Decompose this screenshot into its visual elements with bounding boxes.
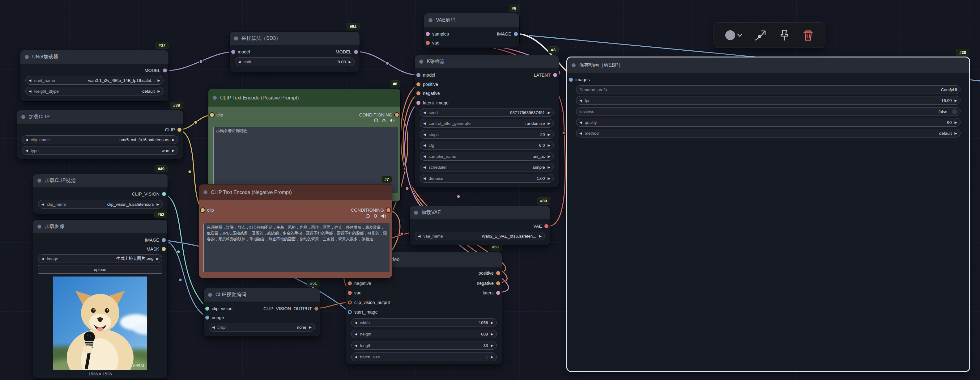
increment-arrow-icon[interactable]: ▶ [491,355,493,359]
model-input-port[interactable] [231,50,235,54]
strength-ring-icon[interactable] [374,118,379,123]
negative-output-port[interactable] [496,282,500,285]
link-midpoint-dot[interactable] [178,278,182,282]
clip_name-widget[interactable]: ◀clip_nameclip_vision_h.safetensors▶ [38,200,162,209]
link-midpoint-dot[interactable] [188,170,191,173]
cfg-widget[interactable]: ◀cfg6.0▶ [420,141,554,149]
link-midpoint-dot[interactable] [400,232,403,236]
node-load-clip-vision[interactable]: #49加载CLIP视觉CLIP_VISION◀clip_nameclip_vis… [33,174,167,214]
strength-ring-icon[interactable] [366,214,370,218]
speak-prompt-icon[interactable] [381,214,387,218]
node-color-swatch-button[interactable] [724,28,743,42]
decrement-arrow-icon[interactable]: ◀ [355,321,357,325]
CONDITIONING-output-port[interactable] [387,208,390,212]
node-title-bar[interactable]: 加载VAE [410,206,550,219]
increment-arrow-icon[interactable]: ▶ [548,122,550,125]
node-title-bar[interactable]: 采样算法（SD3） [230,32,360,45]
type-widget[interactable]: ◀typewan▶ [22,146,178,155]
weight_dtype-widget[interactable]: ◀weight_dtypedefault▶ [25,87,164,95]
latent-output-port[interactable] [496,291,500,295]
prompt-textarea[interactable]: 小狗拿着话筒唱歌 [213,127,398,193]
batch_size-widget[interactable]: ◀batch_size1▶ [351,353,497,361]
increment-arrow-icon[interactable]: ▶ [539,234,542,238]
node-load-vae[interactable]: #39加载VAEVAE◀vae_nameWan2_1_VAE_bf16.safe… [410,206,550,245]
decrement-arrow-icon[interactable]: ◀ [29,79,31,82]
node-title-bar[interactable]: K采样器 [415,55,558,68]
increment-arrow-icon[interactable]: ▶ [309,325,312,329]
link-midpoint-dot[interactable] [562,131,565,135]
decrement-arrow-icon[interactable]: ◀ [355,332,357,336]
decrement-arrow-icon[interactable]: ◀ [355,355,357,359]
settings-gear-icon[interactable] [382,118,387,123]
LATENT-output-port[interactable] [553,73,557,77]
seed-widget[interactable]: ◀seed937175639637451▶ [420,108,554,117]
latent_image-input-port[interactable] [417,101,420,105]
decrement-arrow-icon[interactable]: ◀ [41,257,44,261]
VAE-output-port[interactable] [544,224,549,228]
image-input-port[interactable] [205,316,209,320]
vae-input-port[interactable] [426,41,430,45]
increment-arrow-icon[interactable]: ▶ [491,332,493,336]
decrement-arrow-icon[interactable]: ◀ [41,203,44,206]
unet_name-widget[interactable]: ◀unet_namewan2.1_i2v_480p_14B_fp16.safet… [25,76,164,85]
increment-arrow-icon[interactable]: ▶ [158,79,160,82]
link-midpoint-dot[interactable] [199,60,202,63]
collapse-dot-icon[interactable] [419,60,423,63]
MASK-output-port[interactable] [162,247,166,251]
model-input-port[interactable] [417,73,420,77]
node-title-bar[interactable]: VAE解码 [424,13,519,27]
collapse-dot-icon[interactable] [204,190,207,194]
link-midpoint-dot[interactable] [194,120,197,124]
increment-arrow-icon[interactable]: ▶ [158,89,160,93]
node-title-bar[interactable]: UNet加载器 [21,51,169,63]
toggle-knob-icon[interactable] [952,109,957,114]
MODEL-output-port[interactable] [163,68,167,73]
link-midpoint-dot[interactable] [457,195,460,198]
increment-arrow-icon[interactable]: ▶ [156,257,159,261]
CLIP_VISION_OUTPUT-output-port[interactable] [314,307,318,311]
collapse-dot-icon[interactable] [213,96,217,100]
decrement-arrow-icon[interactable]: ◀ [418,234,420,238]
decrement-arrow-icon[interactable]: ◀ [423,133,426,136]
node-load-clip[interactable]: #38加载CLIPCLIP◀clip_nameumt5_xxl_fp16.saf… [17,110,183,159]
clip_vision_output-input-port[interactable] [348,301,352,305]
increment-arrow-icon[interactable]: ▶ [548,133,550,136]
decrement-arrow-icon[interactable]: ◀ [29,89,31,93]
node-ksampler[interactable]: #3K采样器modelLATENTpositivenegativelatent_… [415,55,558,187]
IMAGE-output-port[interactable] [514,32,518,36]
collapse-dot-icon[interactable] [25,55,29,59]
increment-arrow-icon[interactable]: ▶ [172,138,175,142]
node-clip-text-encode-negative[interactable]: #7CLIP Text Encode (Negative Prompt)clip… [199,184,392,278]
node-save-animated-webp[interactable]: #28保存动画（WEBP）imagesfilename_prefixComfyU… [567,57,969,371]
decrement-arrow-icon[interactable]: ◀ [355,344,357,348]
increment-arrow-icon[interactable]: ▶ [349,60,351,64]
link-midpoint-dot[interactable] [405,187,409,190]
increment-arrow-icon[interactable]: ▶ [955,98,957,103]
clip-input-port[interactable] [200,208,205,212]
collapse-dot-icon[interactable] [208,293,212,297]
increment-arrow-icon[interactable]: ▶ [172,149,175,153]
node-load-image[interactable]: #52加载图像IMAGEMASK◀image生成土松犬图片.png▶upload… [33,220,167,378]
positive-input-port[interactable] [417,82,420,87]
increment-arrow-icon[interactable]: ▶ [548,155,550,158]
sampler_name-widget[interactable]: ◀sampler_nameuni_pc▶ [420,152,554,161]
shift-widget[interactable]: ◀shift8.00▶ [235,57,355,66]
collapse-dot-icon[interactable] [234,36,238,41]
increment-arrow-icon[interactable]: ▶ [548,165,550,169]
length-widget[interactable]: ◀length33▶ [351,341,497,350]
speak-prompt-icon[interactable] [390,118,395,123]
node-title-bar[interactable]: CLIP Text Encode (Negative Prompt) [199,184,392,200]
node-unet-loader[interactable]: #37UNet加载器MODEL◀unet_namewan2.1_i2v_480p… [21,51,169,101]
scheduler-widget[interactable]: ◀schedulersimple▶ [420,163,554,171]
CLIP_VISION-output-port[interactable] [162,192,166,196]
collapse-dot-icon[interactable] [414,211,418,215]
positive-output-port[interactable] [496,271,500,275]
node-title-bar[interactable]: 加载CLIP视觉 [33,174,167,187]
increment-arrow-icon[interactable]: ▶ [491,344,493,348]
delete-node-button[interactable] [801,28,815,42]
decrement-arrow-icon[interactable]: ◀ [579,98,582,103]
decrement-arrow-icon[interactable]: ◀ [423,143,426,147]
CLIP-output-port[interactable] [177,128,181,132]
node-title-bar[interactable]: CLIP Text Encode (Positive Prompt) [208,89,400,106]
decrement-arrow-icon[interactable]: ◀ [238,60,240,64]
